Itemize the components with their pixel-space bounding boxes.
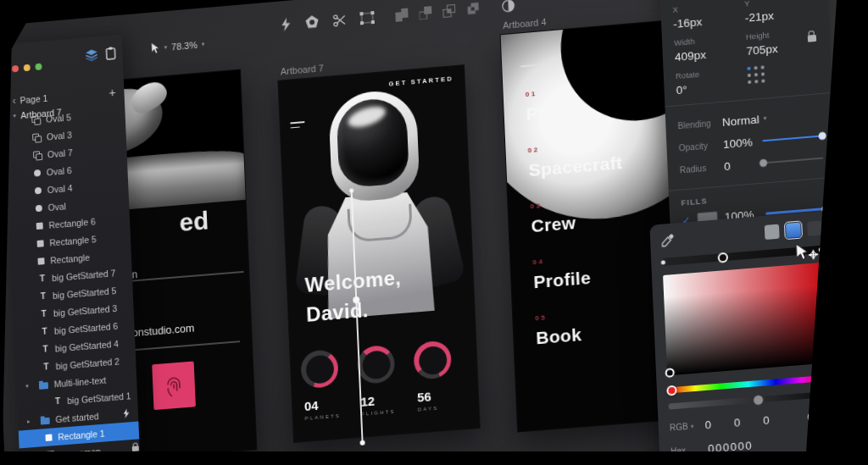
oval-icon	[34, 169, 41, 177]
canvas-toolbar	[281, 0, 515, 31]
rgb-values-row: RGB ▾ 0 0 0 68%	[670, 409, 831, 435]
shape-icon[interactable]	[305, 15, 320, 30]
close-window-button[interactable]	[12, 65, 19, 73]
subtract-icon[interactable]	[419, 6, 432, 19]
text-layer-icon: T	[38, 274, 46, 284]
blending-select[interactable]: Normal	[722, 113, 760, 129]
alpha-slider[interactable]	[669, 391, 830, 410]
menu-item-profile[interactable]: 04 Profile	[532, 251, 627, 292]
rectangle-icon	[37, 240, 44, 247]
mouse-cursor	[795, 242, 821, 267]
artboard4-label[interactable]: Artboard 4	[503, 17, 547, 30]
text-layer-icon: T	[42, 362, 50, 372]
text-layer-icon: T	[39, 291, 47, 302]
y-field[interactable]: -21px	[745, 6, 817, 25]
fingerprint-button[interactable]	[152, 361, 196, 410]
intersect-icon[interactable]	[442, 3, 456, 17]
union-icon[interactable]	[395, 8, 409, 21]
text-layer-icon: T	[53, 396, 61, 407]
solid-fill-tab[interactable]	[765, 224, 780, 239]
image-fill-tab[interactable]	[807, 220, 822, 235]
exclude-icon[interactable]	[466, 2, 480, 15]
rotate-field[interactable]: 0°	[676, 78, 748, 97]
folder-icon	[39, 382, 48, 390]
progress-ring	[413, 340, 452, 379]
zoom-control[interactable]: ▾ 78.3% ▾	[151, 38, 205, 54]
mask-shape-icon	[31, 115, 40, 125]
maximize-window-button[interactable]	[35, 64, 42, 71]
cursor-tool-icon	[151, 42, 160, 55]
photographed-screen: ed on visionstudio.com Artboard 7 GET ST…	[0, 0, 868, 465]
guide-dot	[360, 440, 365, 446]
oval-icon	[35, 186, 42, 194]
fingerprint-icon	[164, 374, 184, 399]
slider-knob[interactable]	[818, 132, 826, 141]
menu-item-crew[interactable]: 03 Crew	[530, 195, 625, 236]
stat-planets: 04 PLANETS	[300, 349, 342, 421]
color-model-select[interactable]: RGB	[670, 422, 688, 433]
width-field[interactable]: 409px	[675, 45, 747, 64]
clipboard-icon[interactable]	[105, 47, 115, 60]
stat-flights: 12 FLIGHTS	[357, 345, 398, 417]
vector-icon[interactable]	[359, 10, 375, 24]
mask-shape-icon	[32, 133, 41, 142]
color-pointer[interactable]	[665, 368, 675, 378]
flash-icon[interactable]	[281, 17, 292, 31]
alpha-knob[interactable]	[754, 395, 764, 405]
radius-slider[interactable]	[763, 157, 823, 163]
cursor-tool-caret[interactable]: ▾	[164, 44, 168, 51]
design-app-window: ed on visionstudio.com Artboard 7 GET ST…	[0, 0, 868, 465]
collapse-caret-icon[interactable]: ▸	[27, 418, 35, 425]
mask-icon[interactable]	[502, 0, 515, 13]
menu-item-planets[interactable]: 01 Planets	[526, 83, 620, 125]
menu-item-spacecraft[interactable]: 02 Spacecraft	[527, 139, 622, 180]
expand-caret-icon[interactable]: ▾	[25, 382, 33, 390]
nav-menu: 01 Planets 02 Spacecraft 03 Crew 04 Prof…	[526, 83, 632, 371]
window-controls	[12, 64, 42, 73]
scissors-icon[interactable]	[333, 13, 347, 26]
gradient-fill-tab[interactable]	[786, 222, 801, 237]
stats-row: 04 PLANETS 12 FLIGHTS 56 DAYS	[300, 340, 455, 421]
folder-icon	[41, 417, 50, 424]
hue-knob[interactable]	[666, 385, 677, 396]
green-field[interactable]: 0	[722, 415, 752, 430]
sidebar-header	[2, 35, 124, 95]
menu-item-book[interactable]: 05 Book	[535, 307, 630, 348]
radius-field[interactable]: 0	[724, 159, 731, 173]
progress-ring	[357, 345, 396, 385]
artboard-7[interactable]: GET STARTED Welcome, David. 04 PLANETS 1…	[277, 64, 480, 443]
helmet	[328, 88, 420, 203]
text-layer-icon: T	[42, 344, 49, 354]
lock-icon[interactable]	[132, 446, 139, 451]
layers-panel: ‹ Page 1 + ▾ Artboard 7 Oval 5 Oval 3 Ov…	[2, 35, 143, 465]
opacity-field[interactable]: 100%	[723, 136, 753, 151]
opacity-slider[interactable]	[762, 135, 822, 141]
eyedropper-icon[interactable]	[661, 233, 675, 246]
slider-knob[interactable]	[760, 159, 767, 168]
x-field[interactable]: -16px	[673, 12, 745, 30]
layers-stack-icon[interactable]	[85, 48, 98, 62]
saturation-value-field[interactable]	[663, 263, 828, 376]
rectangle-icon	[37, 257, 44, 265]
lock-ratio-icon[interactable]	[808, 35, 816, 42]
fill-type-tabs	[765, 220, 822, 240]
oval-icon	[36, 204, 42, 212]
gradient-stop[interactable]	[718, 252, 729, 263]
mask-shape-icon	[33, 151, 42, 160]
gradient-stop[interactable]	[661, 260, 665, 264]
artboard7-label[interactable]: Artboard 7	[281, 63, 324, 76]
hue-slider[interactable]	[668, 375, 829, 394]
text-layer-icon: T	[41, 326, 48, 336]
progress-ring	[300, 349, 339, 389]
anchor-point-grid[interactable]	[747, 65, 765, 84]
minimize-window-button[interactable]	[24, 64, 31, 72]
blue-field[interactable]: 0	[751, 412, 781, 428]
boolean-ops-group	[395, 2, 479, 21]
zoom-caret[interactable]: ▾	[202, 41, 205, 47]
red-field[interactable]: 0	[693, 418, 723, 433]
screen-bezel-bottom	[0, 451, 868, 465]
add-page-button[interactable]: +	[108, 85, 116, 99]
stat-days: 56 DAYS	[413, 340, 454, 412]
heading-text-fragment: ed	[179, 206, 209, 237]
flash-icon	[123, 408, 130, 418]
